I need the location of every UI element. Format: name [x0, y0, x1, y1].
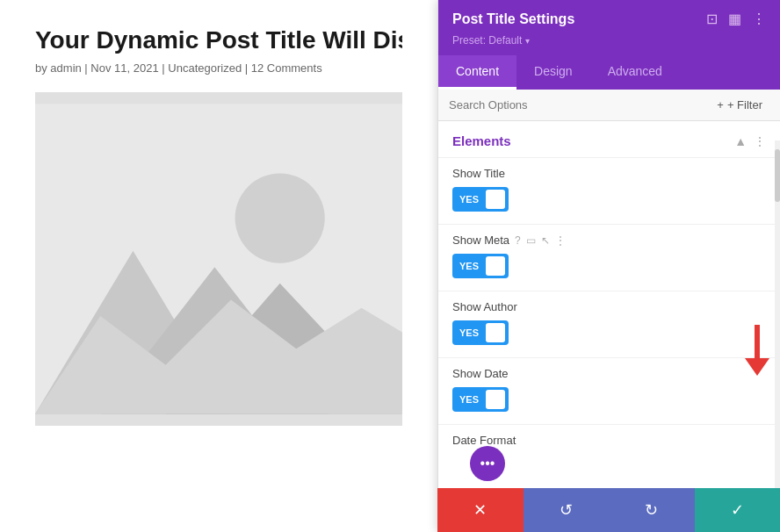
undo-button[interactable]: ↺: [524, 488, 610, 532]
scroll-arrow: [741, 325, 773, 385]
meta-more-icon[interactable]: ⋮: [555, 234, 566, 247]
panel-header: Post Title Settings ⊡ ▦ ⋮ Preset: Defaul…: [438, 0, 780, 55]
toggle-thumb: [486, 323, 505, 342]
toggle-yes-label: YES: [456, 259, 482, 273]
tab-advanced[interactable]: Advanced: [590, 55, 680, 90]
toggle-yes-label: YES: [456, 392, 482, 406]
show-author-toggle[interactable]: YES: [452, 320, 509, 345]
toggle-thumb: [486, 190, 505, 209]
svg-point-1: [235, 173, 325, 262]
show-date-toggle[interactable]: YES: [452, 387, 509, 412]
undo-icon: ↺: [560, 500, 573, 520]
scrollbar-thumb[interactable]: [775, 149, 780, 202]
panel-header-icons: ⊡ ▦ ⋮: [706, 11, 766, 27]
toggle-thumb: [486, 256, 505, 276]
show-date-label: Show Date: [452, 367, 766, 380]
preset-label: Preset: Default: [452, 34, 522, 47]
show-title-toggle[interactable]: YES: [452, 187, 509, 212]
panel-title: Post Title Settings: [452, 11, 574, 27]
elements-section-header: Elements ▲ ⋮: [438, 121, 780, 157]
show-meta-label: Show Meta ? ▭ ↖ ⋮: [452, 234, 766, 247]
panel-tabs: Content Design Advanced: [438, 55, 780, 90]
filter-plus-icon: +: [717, 98, 724, 111]
show-meta-toggle-container: YES: [452, 254, 766, 278]
confirm-button[interactable]: ✓: [695, 488, 781, 532]
show-date-row: Show Date YES: [438, 357, 780, 424]
delete-icon: ✕: [473, 500, 487, 520]
date-format-label: Date Format: [452, 434, 766, 447]
section-more-icon[interactable]: ⋮: [754, 134, 766, 148]
dots-menu-button[interactable]: •••: [470, 446, 505, 481]
show-meta-toggle[interactable]: YES: [452, 254, 509, 278]
collapse-icon[interactable]: ▲: [734, 134, 747, 148]
filter-button[interactable]: + + Filter: [710, 95, 769, 115]
svg-marker-7: [745, 358, 769, 376]
post-image-placeholder: [35, 92, 402, 426]
show-meta-row: Show Meta ? ▭ ↖ ⋮ YES: [438, 224, 780, 291]
search-bar: + + Filter: [438, 90, 780, 121]
toggle-yes-label: YES: [456, 192, 482, 206]
redo-icon: ↻: [645, 500, 658, 520]
show-author-label: Show Author: [452, 300, 766, 313]
scrollbar-track[interactable]: [775, 140, 780, 488]
tab-content[interactable]: Content: [438, 55, 516, 90]
toggle-yes-label: YES: [456, 326, 482, 340]
post-meta: by admin | Nov 11, 2021 | Uncategorized …: [35, 61, 402, 75]
wp-content-area: Your Dynamic Post Title Will Display H b…: [0, 0, 437, 532]
filter-label: + Filter: [727, 98, 762, 111]
toggle-thumb: [486, 390, 505, 409]
dots-icon: •••: [480, 456, 495, 471]
show-author-toggle-container: YES: [452, 320, 766, 345]
meta-tablet-icon[interactable]: ▭: [526, 234, 536, 247]
confirm-icon: ✓: [731, 500, 744, 520]
meta-help-icon[interactable]: ?: [515, 234, 521, 247]
preset-chevron-icon: ▾: [525, 36, 530, 46]
show-author-row: Show Author YES: [438, 291, 780, 357]
search-input[interactable]: [449, 98, 710, 111]
show-date-toggle-container: YES: [452, 387, 766, 412]
elements-section-title: Elements: [452, 133, 511, 148]
column-icon[interactable]: ▦: [728, 11, 741, 27]
delete-button[interactable]: ✕: [437, 488, 524, 532]
tab-design[interactable]: Design: [516, 55, 590, 90]
show-title-toggle-container: YES: [452, 187, 766, 212]
preset-selector[interactable]: Preset: Default ▾: [452, 34, 766, 47]
post-title: Your Dynamic Post Title Will Display H: [35, 26, 402, 54]
section-header-icons: ▲ ⋮: [734, 134, 766, 148]
maximize-icon[interactable]: ⊡: [706, 11, 718, 27]
show-title-row: Show Title YES: [438, 157, 780, 224]
show-title-label: Show Title: [452, 167, 766, 180]
panel-footer: ✕ ↺ ↻ ✓: [437, 488, 780, 532]
redo-button[interactable]: ↻: [609, 488, 695, 532]
meta-cursor-icon[interactable]: ↖: [541, 234, 550, 247]
more-options-icon[interactable]: ⋮: [752, 11, 766, 27]
